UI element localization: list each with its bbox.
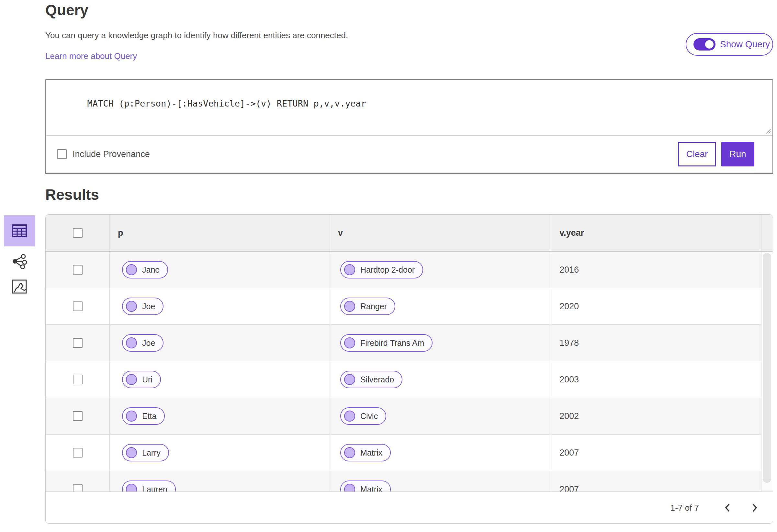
entity-pill-v[interactable]: Ranger bbox=[340, 298, 395, 315]
entity-pill-v[interactable]: Matrix bbox=[340, 444, 391, 461]
entity-pill-p[interactable]: Larry bbox=[122, 444, 169, 461]
graph-view-icon bbox=[12, 253, 27, 269]
table-scrollbar[interactable] bbox=[761, 215, 773, 492]
entity-node-icon bbox=[344, 264, 355, 275]
entity-node-icon bbox=[344, 301, 355, 312]
results-view-rail bbox=[4, 215, 35, 297]
entity-label: Larry bbox=[142, 448, 160, 457]
entity-label: Civic bbox=[360, 412, 378, 421]
query-text: MATCH (p:Person)-[:HasVehicle]->(v) RETU… bbox=[87, 98, 366, 108]
include-provenance-checkbox[interactable] bbox=[57, 149, 67, 159]
entity-label: Silverado bbox=[360, 375, 394, 384]
show-query-label: Show Query bbox=[720, 39, 770, 49]
entity-label: Hardtop 2-door bbox=[360, 265, 415, 275]
entity-label: Matrix bbox=[360, 448, 382, 457]
entity-pill-p[interactable]: Joe bbox=[122, 298, 163, 315]
view-tab-graph[interactable] bbox=[4, 251, 35, 272]
entity-label: Jane bbox=[142, 265, 159, 275]
table-header-row: p v v.year bbox=[46, 215, 773, 251]
entity-node-icon bbox=[126, 264, 137, 275]
view-tab-map[interactable] bbox=[4, 276, 35, 297]
table-row: Uri Silverado 2003 bbox=[46, 361, 773, 398]
view-tab-table[interactable] bbox=[4, 215, 35, 246]
table-scroll-area[interactable]: p v v.year Jane Hardtop 2-door 2016 bbox=[46, 215, 773, 492]
scrollbar-thumb[interactable] bbox=[763, 253, 771, 483]
year-value: 2007 bbox=[559, 485, 579, 492]
year-value: 2016 bbox=[559, 265, 579, 275]
column-header-p[interactable]: p bbox=[118, 228, 123, 238]
table-row: Lauren Matrix 2007 bbox=[46, 471, 773, 492]
entity-label: Matrix bbox=[360, 485, 382, 492]
row-checkbox[interactable] bbox=[73, 411, 83, 421]
row-checkbox[interactable] bbox=[73, 302, 83, 311]
pagination-range: 1-7 of 7 bbox=[670, 503, 699, 513]
run-button[interactable]: Run bbox=[721, 142, 754, 167]
learn-more-link[interactable]: Learn more about Query bbox=[45, 51, 137, 61]
entity-pill-v[interactable]: Civic bbox=[340, 407, 386, 425]
table-row: Joe Ranger 2020 bbox=[46, 288, 773, 325]
entity-pill-p[interactable]: Joe bbox=[122, 334, 163, 352]
entity-node-icon bbox=[126, 337, 137, 348]
include-provenance-label: Include Provenance bbox=[73, 149, 150, 159]
entity-node-icon bbox=[344, 374, 355, 385]
entity-pill-v[interactable]: Silverado bbox=[340, 371, 403, 388]
table-body: Jane Hardtop 2-door 2016 Joe Ranger 2020 bbox=[46, 251, 773, 492]
prev-page-button[interactable] bbox=[724, 503, 731, 513]
entity-node-icon bbox=[344, 411, 355, 422]
resize-handle-icon[interactable] bbox=[765, 128, 771, 134]
row-checkbox[interactable] bbox=[73, 448, 83, 457]
table-row: Etta Civic 2002 bbox=[46, 398, 773, 435]
entity-label: Ranger bbox=[360, 302, 387, 311]
row-checkbox[interactable] bbox=[73, 338, 83, 348]
map-view-icon bbox=[12, 280, 27, 294]
table-pagination: 1-7 of 7 bbox=[46, 492, 773, 524]
entity-label: Joe bbox=[142, 302, 155, 311]
entity-pill-p[interactable]: Etta bbox=[122, 407, 165, 425]
entity-node-icon bbox=[126, 301, 137, 312]
year-value: 1978 bbox=[559, 338, 579, 348]
entity-node-icon bbox=[126, 447, 137, 458]
table-row: Jane Hardtop 2-door 2016 bbox=[46, 251, 773, 288]
entity-pill-v[interactable]: Matrix bbox=[340, 481, 391, 492]
entity-pill-p[interactable]: Jane bbox=[122, 261, 168, 279]
clear-button[interactable]: Clear bbox=[678, 142, 716, 167]
entity-label: Lauren bbox=[142, 485, 168, 492]
select-all-checkbox[interactable] bbox=[73, 228, 83, 238]
year-value: 2002 bbox=[559, 411, 579, 421]
next-page-button[interactable] bbox=[752, 503, 758, 513]
query-panel: MATCH (p:Person)-[:HasVehicle]->(v) RETU… bbox=[45, 79, 773, 174]
entity-pill-p[interactable]: Uri bbox=[122, 371, 161, 388]
entity-node-icon bbox=[344, 484, 355, 492]
entity-pill-p[interactable]: Lauren bbox=[122, 481, 176, 492]
entity-pill-v[interactable]: Hardtop 2-door bbox=[340, 261, 423, 279]
query-description: You can query a knowledge graph to ident… bbox=[45, 30, 348, 40]
entity-pill-v[interactable]: Firebird Trans Am bbox=[340, 334, 433, 352]
include-provenance-option[interactable]: Include Provenance bbox=[57, 149, 150, 159]
query-panel-footer: Include Provenance Clear Run bbox=[46, 136, 772, 173]
entity-node-icon bbox=[344, 447, 355, 458]
show-query-toggle[interactable]: Show Query bbox=[686, 33, 773, 56]
results-title: Results bbox=[45, 186, 99, 203]
year-value: 2020 bbox=[559, 302, 579, 312]
entity-node-icon bbox=[344, 337, 355, 348]
page: Query You can query a knowledge graph to… bbox=[0, 0, 777, 532]
row-checkbox[interactable] bbox=[73, 485, 83, 492]
table-row: Joe Firebird Trans Am 1978 bbox=[46, 325, 773, 361]
table-view-icon bbox=[12, 224, 27, 237]
column-header-v-year[interactable]: v.year bbox=[559, 228, 584, 238]
year-value: 2003 bbox=[559, 375, 579, 385]
toggle-switch-icon[interactable] bbox=[693, 38, 715, 50]
entity-node-icon bbox=[126, 484, 137, 492]
chevron-right-icon bbox=[752, 503, 758, 513]
scrollbar-header-cap bbox=[762, 215, 773, 251]
entity-label: Firebird Trans Am bbox=[360, 338, 424, 348]
row-checkbox[interactable] bbox=[73, 265, 83, 275]
results-table: p v v.year Jane Hardtop 2-door 2016 bbox=[45, 214, 773, 524]
chevron-left-icon bbox=[724, 503, 731, 513]
entity-label: Uri bbox=[142, 375, 152, 384]
column-header-v[interactable]: v bbox=[338, 228, 343, 238]
entity-node-icon bbox=[126, 411, 137, 422]
query-input[interactable]: MATCH (p:Person)-[:HasVehicle]->(v) RETU… bbox=[46, 80, 772, 136]
row-checkbox[interactable] bbox=[73, 375, 83, 384]
table-row: Larry Matrix 2007 bbox=[46, 435, 773, 471]
